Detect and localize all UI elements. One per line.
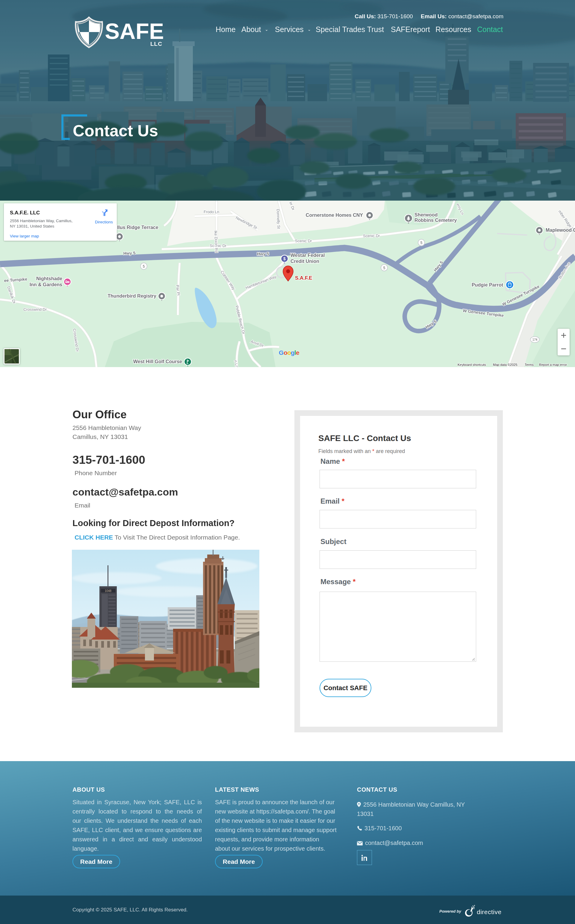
svg-text:Thunderbird Registry: Thunderbird Registry	[108, 293, 156, 298]
svg-text:Ike Dixon Rd: Ike Dixon Rd	[213, 231, 219, 253]
svg-text:West Hill Golf Course: West Hill Golf Course	[133, 359, 182, 364]
svg-text:e: e	[296, 349, 300, 356]
svg-text:Maplewood C: Maplewood C	[546, 228, 575, 233]
svg-text:5: 5	[143, 265, 145, 269]
svg-text:Crosswind Dr: Crosswind Dr	[23, 307, 47, 312]
svg-text:5: 5	[421, 241, 423, 245]
svg-text:1048: 1048	[105, 589, 112, 593]
svg-text:Report a map error: Report a map error	[539, 363, 567, 366]
svg-text:Frodo Ln: Frodo Ln	[204, 209, 219, 214]
svg-text:Map data ©2025: Map data ©2025	[493, 363, 518, 366]
svg-text:Donnelly St: Donnelly St	[276, 209, 281, 229]
svg-text:Credit Union: Credit Union	[291, 259, 319, 264]
svg-text:Westar Federal: Westar Federal	[291, 253, 325, 258]
svg-text:Terms: Terms	[525, 363, 534, 366]
svg-text:Scenic Dr: Scenic Dr	[363, 233, 380, 238]
svg-text:5: 5	[383, 266, 386, 270]
svg-text:Robbins Cemetery: Robbins Cemetery	[415, 218, 457, 223]
svg-text:Hwy 5: Hwy 5	[257, 251, 269, 256]
svg-text:g: g	[291, 349, 295, 356]
svg-text:Inn & Gardens: Inn & Gardens	[30, 282, 62, 287]
svg-text:Pudgie Parrot: Pudgie Parrot	[472, 282, 504, 287]
svg-text:$: $	[283, 256, 286, 261]
svg-text:Sherwood: Sherwood	[415, 212, 438, 217]
svg-text:Scenic Dr: Scenic Dr	[295, 239, 312, 243]
svg-text:Hwy 5: Hwy 5	[123, 250, 136, 256]
svg-text:Keyboard shortcuts: Keyboard shortcuts	[457, 363, 486, 366]
svg-text:Cornerstone Homes CNY: Cornerstone Homes CNY	[306, 212, 363, 218]
svg-text:S.A.F.E: S.A.F.E	[295, 275, 312, 281]
svg-text:Nightshade: Nightshade	[36, 276, 62, 281]
svg-text:174: 174	[532, 338, 538, 341]
svg-text:o: o	[284, 349, 288, 356]
svg-text:o: o	[287, 349, 291, 356]
svg-text:G: G	[279, 349, 284, 356]
